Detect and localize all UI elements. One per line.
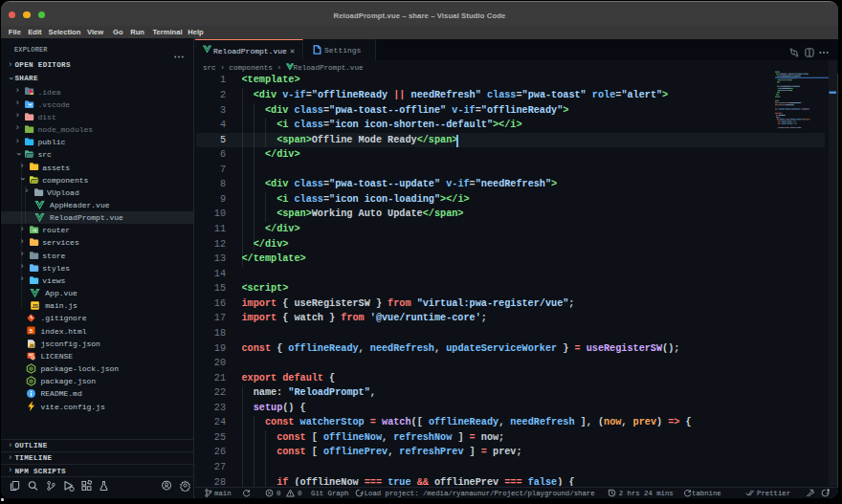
svg-text:JS: JS xyxy=(29,342,33,347)
svg-text:JS: JS xyxy=(32,303,38,309)
